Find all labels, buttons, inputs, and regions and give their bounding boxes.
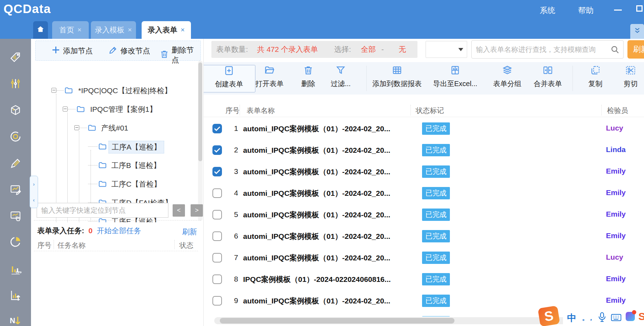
ime-lang-toggle[interactable]: 中 [567,312,576,324]
toolbar-excel-button[interactable]: 导出至Excel... [429,65,482,92]
node-locate-input[interactable] [37,203,168,218]
select-none-link[interactable]: 无 [398,44,406,54]
microphone-icon[interactable] [597,312,607,322]
tab-entry-template[interactable]: 录入模板 ✕ [91,21,136,39]
toolbar-table-button[interactable]: 添加到数据报表 [371,65,423,92]
chevron-left-icon[interactable]: ‹ [33,197,35,203]
row-checkbox[interactable] [212,188,222,198]
tree-node-label[interactable]: 工序B【巡检】 [109,159,163,171]
tree-scrollbar[interactable] [198,61,203,221]
tree-node-label[interactable]: 工序C【首检】 [109,178,164,190]
close-icon[interactable]: ✕ [128,27,132,33]
table-row[interactable]: 1automi_IPQC案例模板（01）-2024-02_20...已完成Luc… [204,118,644,139]
cube-icon[interactable] [10,104,21,116]
table-row[interactable]: 4automi_IPQC案例模板（01）-2024-02_20...已完成Emi… [204,182,644,204]
tree-node-label[interactable]: IPQC管理【案例1】 [87,103,160,115]
row-checkbox[interactable] [212,296,222,306]
table-row[interactable]: 7automi_IPQC案例模板（01）-2024-02_20...已完成Luc… [204,247,644,268]
row-number: 7 [229,253,243,262]
tree-node[interactable]: 工序A【巡检】 [31,137,201,156]
locate-next-button[interactable]: > [191,204,203,217]
table-row[interactable]: 2automi_IPQC案例模板（01）-2024-02_20...已完成Lin… [204,139,644,161]
refresh-button[interactable]: 刷新 [627,40,644,59]
close-icon[interactable]: ✕ [180,27,185,33]
row-checkbox[interactable] [212,253,222,262]
form-name[interactable]: automi_IPQC案例模板（01）-2024-02_20... [243,231,390,241]
tree-node[interactable]: 产线#01 [31,119,201,137]
row-checkbox[interactable] [212,124,222,133]
sliders-icon[interactable] [10,78,21,90]
chevron-right-icon[interactable]: › [33,181,35,187]
form-name[interactable]: automi_IPQC案例模板（01）-2024-02_20... [243,188,390,198]
tag-icon[interactable] [10,52,21,64]
form-name[interactable]: automi_IPQC案例模板（01）-2024-02_20... [243,145,390,155]
form-name[interactable]: automi_IPQC案例模板（01）-2024-02_20... [243,296,390,306]
tree-scrollbar-thumb[interactable] [198,62,202,161]
pencil-icon[interactable] [10,157,21,169]
target-icon[interactable] [10,131,21,143]
tree-node[interactable]: 工序B【巡检】 [31,156,201,175]
select-all-link[interactable]: 全部 [361,44,376,54]
tree-node-label[interactable]: 工序A【巡检】 [109,141,164,153]
board-hand-icon[interactable] [10,210,21,222]
tree-node-label[interactable]: 产线#01 [98,122,131,134]
sogou-s-icon[interactable]: S [638,310,644,322]
n-down-icon[interactable]: N [10,315,21,326]
form-name[interactable]: automi_IPQC案例模板（01）-2024-02_20... [243,253,390,263]
tab-entry-form[interactable]: 录入表单 ✕ [142,21,191,39]
row-checkbox[interactable] [212,167,222,176]
chart-edit-icon[interactable] [10,183,21,195]
locate-prev-button[interactable]: < [173,204,185,217]
tab-collapse-button[interactable] [630,24,644,39]
status-badge: 已完成 [422,165,450,178]
bars-up-icon[interactable] [10,289,21,301]
row-checkbox[interactable] [212,231,222,241]
row-checkbox[interactable] [212,274,222,284]
menu-help[interactable]: 帮助 [578,5,594,16]
minimize-button[interactable] [614,10,622,11]
form-name[interactable]: IPQC案例模板（01）-2024-022024060816... [243,274,391,284]
ime-punctuation-toggle[interactable]: 。， [582,313,593,322]
task-refresh-link[interactable]: 刷新 [182,227,197,237]
maximize-button[interactable] [636,5,643,12]
horizontal-scrollbar-thumb[interactable] [220,318,454,324]
tree-expander[interactable] [51,88,56,93]
tab-home[interactable] [33,21,48,39]
app-logo: QCData [4,2,51,16]
node-toolbar-plus-button[interactable]: 添加节点 [51,45,93,56]
ime-suite-icon[interactable] [626,312,635,321]
tab-homepage[interactable]: 首页 ✕ [52,21,89,39]
tree-node[interactable]: IPQC管理【案例1】 [31,100,201,119]
tree-node[interactable]: *IPQC|OQC【过程检|终检】 [31,81,201,100]
sogou-logo-icon[interactable]: S [538,306,560,326]
row-number: 2 [229,146,243,154]
form-search-input[interactable] [476,41,606,58]
start-all-tasks-link[interactable]: 开始全部任务 [97,226,141,236]
panel-toggle[interactable]: › ‹ [30,176,38,208]
table-row[interactable]: 8IPQC案例模板（01）-2024-022024060816...已完成Emi… [204,268,644,290]
search-icon[interactable] [611,45,620,54]
pie-chart-icon[interactable] [10,236,21,248]
tree-node-label[interactable]: *IPQC|OQC【过程检|终检】 [75,85,174,97]
node-toolbar-edit-button[interactable]: 修改节点 [109,45,150,56]
close-icon[interactable]: ✕ [77,27,82,33]
row-checkbox[interactable] [212,145,222,155]
keyboard-icon[interactable] [611,313,621,322]
toolbar-scissors-button[interactable]: 剪切 [604,65,644,92]
plus-icon [51,45,61,56]
menu-system[interactable]: 系统 [540,5,555,16]
table-row[interactable]: 5automi_IPQC案例模板（01）-2024-02_20...已完成Emi… [204,204,644,225]
cpk-bars-icon[interactable]: CPK [10,263,21,275]
form-name[interactable]: automi_IPQC案例模板（01）-2024-02_20... [243,210,390,220]
form-name[interactable]: automi_IPQC案例模板（01）-2024-02_20... [243,124,390,134]
toolbar-merge-button[interactable]: 合并表单 [521,65,574,92]
table-row[interactable]: 6automi_IPQC案例模板（01）-2024-02_20...已完成Emi… [204,225,644,247]
filter-dropdown[interactable] [426,41,467,58]
tree-expander[interactable] [74,125,79,130]
table-row[interactable]: 3automi_IPQC案例模板（01）-2024-02_20...已完成Emi… [204,161,644,182]
toolbar-funnel-button[interactable]: 过滤... [314,65,367,92]
form-name[interactable]: automi_IPQC案例模板（01）-2024-02_20... [243,167,390,177]
tree-node[interactable]: 工序C【首检】 [31,175,201,193]
tree-expander[interactable] [63,107,68,111]
row-checkbox[interactable] [212,210,222,219]
